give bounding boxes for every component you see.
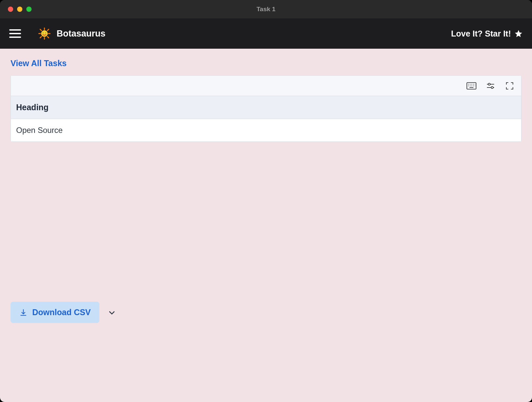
window-title: Task 1	[0, 6, 532, 13]
star-it-link[interactable]: Love It? Star It!	[451, 29, 523, 38]
cell-heading: Open Source	[16, 126, 516, 135]
svg-point-1	[42, 32, 43, 33]
hamburger-icon	[9, 29, 21, 31]
main-content: View All Tasks	[0, 49, 532, 402]
download-csv-label: Download CSV	[32, 308, 91, 317]
svg-point-26	[491, 87, 493, 88]
close-window-button[interactable]	[8, 7, 13, 12]
footer-actions: Download CSV	[11, 289, 521, 323]
svg-line-9	[47, 29, 49, 31]
download-icon	[19, 308, 28, 317]
brand[interactable]: Botasaurus	[38, 27, 106, 40]
app-window: Task 1	[0, 0, 532, 402]
zoom-window-button[interactable]	[26, 7, 32, 12]
column-header-heading[interactable]: Heading	[16, 103, 516, 112]
fullscreen-icon[interactable]	[505, 82, 515, 90]
star-icon	[514, 29, 523, 38]
view-all-tasks-link[interactable]: View All Tasks	[11, 59, 521, 68]
svg-point-0	[41, 30, 48, 37]
svg-line-7	[40, 29, 41, 31]
results-table: Heading Open Source	[11, 75, 521, 142]
appbar: Botasaurus Love It? Star It!	[0, 18, 532, 49]
sun-emoji-icon	[38, 27, 51, 40]
table-row[interactable]: Open Source	[11, 119, 521, 141]
star-it-label: Love It? Star It!	[451, 29, 511, 38]
svg-line-8	[47, 37, 49, 38]
sliders-icon[interactable]	[486, 82, 495, 90]
chevron-down-icon	[108, 308, 116, 317]
brand-name: Botasaurus	[57, 29, 106, 39]
svg-point-2	[45, 32, 46, 33]
titlebar: Task 1	[0, 0, 532, 18]
minimize-window-button[interactable]	[17, 7, 22, 12]
menu-button[interactable]	[9, 28, 21, 39]
svg-line-10	[40, 37, 41, 38]
svg-point-24	[488, 83, 490, 85]
table-toolbar	[11, 76, 521, 96]
download-format-dropdown[interactable]	[105, 306, 118, 319]
download-csv-button[interactable]: Download CSV	[11, 302, 99, 323]
table-header-row: Heading	[11, 96, 521, 119]
keyboard-icon[interactable]	[467, 82, 476, 90]
traffic-lights	[0, 7, 32, 12]
